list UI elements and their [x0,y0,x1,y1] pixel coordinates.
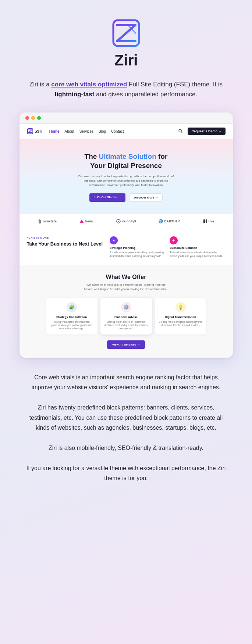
feature-main-title: Take Your Business to Next Level [27,241,104,247]
browser-dot-green [37,116,41,120]
bottom-paragraph-4: If you are looking for a versatile theme… [23,463,229,483]
feature-icon-strategic: ★ [110,236,118,244]
offer-card-title-digital: Digital Transformation [159,315,203,319]
page-wrapper: Ziri Ziri is a core web vitals optimized… [0,0,252,508]
nav-link-blog[interactable]: Blog [99,129,106,133]
bottom-paragraph-3: Ziri is also mobile-friendly, SEO-friend… [49,443,203,453]
bottom-text-2: Ziri has twenty predefined block pattern… [23,402,229,433]
logo-section: Ziri [108,15,145,69]
mock-cta-button[interactable]: Request a Demo → [188,128,225,135]
svg-rect-13 [206,219,207,223]
offer-card-desc-financial: Offering expert advice on investment dec… [104,320,148,330]
mock-discover-button[interactable]: Discover More → [129,193,163,202]
mock-offer-section: What We Offer We examine all catalysts o… [19,265,233,358]
mock-nav: Ziri Home About Services Blog Contact Re… [19,124,233,139]
brand-title: Ziri [114,51,138,69]
mock-hero-highlight: Ultimate Solution [99,153,156,160]
mock-brand-name: Ziri [35,129,43,134]
offer-icon-digital: 💡 [175,302,186,312]
svg-rect-5 [39,221,41,223]
mock-logo-icon [27,128,33,135]
mock-offer-title: What We Offer [27,274,226,280]
offer-card-digital: 💡 Digital Transformation Guiding firms t… [155,298,206,334]
nav-link-contact[interactable]: Contact [111,129,124,133]
bottom-paragraph-2: Ziri has twenty predefined block pattern… [23,402,229,433]
bottom-text-4: If you are looking for a versatile theme… [23,463,229,483]
mock-brands-bar: nirastate treva. velocity9 EARTH2.0 liva [19,214,233,229]
feature-card-desc-strategic: A methodical approach to setting goals, … [110,251,165,258]
offer-icon-strategy: 🧩 [67,302,77,312]
browser-dot-red [25,116,29,120]
mock-features-section: ACHIEVE MORE Take Your Business to Next … [19,229,233,265]
browser-bar [19,112,233,124]
brand-liva: liva [203,219,214,223]
brand-nirastate: nirastate [38,219,57,223]
mock-hero: The Ultimate Solution forYour Digital Pr… [19,139,233,213]
description-section: Ziri is a core web vitals optimized Full… [23,79,229,99]
mock-hero-description: Discover the key to unlocking unlimited … [78,174,174,187]
offer-card-strategy: 🧩 Strategy Consultation Helping firms de… [46,298,97,334]
svg-point-3 [179,130,182,132]
bottom-paragraph-1: Core web vitals is an important search e… [23,372,229,392]
mock-feature-left: ACHIEVE MORE Take Your Business to Next … [27,236,104,258]
offer-card-desc-strategy: Helping firms define and implement power… [50,320,94,330]
offer-card-title-strategy: Strategy Consultation [50,315,94,319]
mock-get-started-button[interactable]: Let's Get Started → [89,193,125,202]
svg-marker-6 [38,219,42,221]
feature-icon-customize: ◈ [170,236,178,244]
feature-card-title-customize: Customize Solution [170,246,225,250]
offer-card-title-financial: Financial Advise [104,315,148,319]
svg-line-4 [181,132,183,133]
nav-link-services[interactable]: Services [79,129,93,133]
bottom-text-3: Ziri is also mobile-friendly, SEO-friend… [49,443,203,453]
offer-card-financial: ⚙️ Financial Advise Offering expert advi… [100,298,152,334]
bottom-text-1: Core web vitals is an important search e… [23,372,229,392]
mock-offer-cards: 🧩 Strategy Consultation Helping firms de… [27,298,226,334]
brand-treva: treva. [79,219,94,223]
feature-card-desc-customize: Tailored strategies and tools, designed … [170,251,225,258]
nav-link-home[interactable]: Home [49,129,60,133]
mock-offer-description: We examine all catalysts of transformati… [82,283,170,291]
feature-card-title-strategic: Strategic Planning [110,246,165,250]
brand-logo-icon [108,15,145,51]
feature-achieve-label: ACHIEVE MORE [27,236,104,239]
mock-nav-links: Home About Services Blog Contact [49,129,178,133]
svg-marker-7 [79,219,84,223]
mock-feature-right: ★ Strategic Planning A methodical approa… [110,236,225,258]
mock-view-all-button[interactable]: View All Services → [107,340,145,349]
feature-card-customize: ◈ Customize Solution Tailored strategies… [170,236,225,258]
browser-content: Ziri Home About Services Blog Contact Re… [19,124,233,358]
mock-logo: Ziri [27,128,43,135]
offer-icon-financial: ⚙️ [121,302,131,312]
mock-hero-buttons: Let's Get Started → Discover More → [31,193,222,202]
offer-card-desc-digital: Guiding firms to integrate technology in… [159,320,203,327]
brand-velocity: velocity9 [116,219,136,223]
brand-earth: EARTH2.0 [159,219,180,223]
mock-search-icon[interactable] [178,129,183,134]
nav-link-about[interactable]: About [65,129,74,133]
feature-card-strategic: ★ Strategic Planning A methodical approa… [110,236,165,258]
highlight-lightning-fast: lightning-fast [55,91,95,98]
svg-rect-12 [203,219,205,223]
browser-mockup: Ziri Home About Services Blog Contact Re… [19,112,233,358]
browser-dot-yellow [31,116,35,120]
mock-hero-title: The Ultimate Solution forYour Digital Pr… [31,152,222,170]
description-text: Ziri is a core web vitals optimized Full… [23,79,229,99]
highlight-core-web-vitals: core web vitals optimized [51,81,127,88]
